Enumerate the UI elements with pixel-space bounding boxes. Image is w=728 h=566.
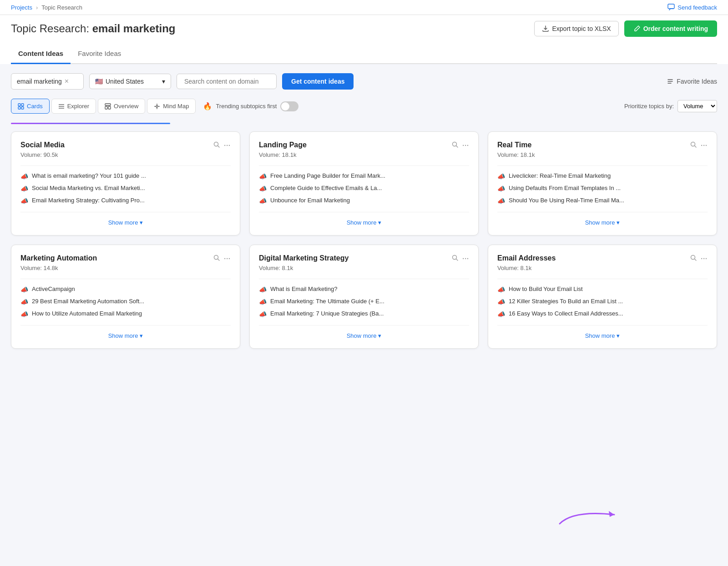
more-options-icon[interactable]: ···: [462, 142, 469, 149]
country-filter[interactable]: 🇺🇸 United States ▾: [89, 74, 171, 89]
export-icon: [542, 25, 549, 32]
card-header: Real Time ···: [497, 141, 708, 150]
feedback-icon: [667, 4, 675, 11]
card-item-text: Should You Be Using Real-Time Email Ma..…: [509, 197, 624, 204]
card-actions: ···: [213, 254, 231, 263]
tab-content-ideas[interactable]: Content Ideas: [11, 44, 71, 64]
card-item-text: Liveclicker: Real-Time Email Marketing: [509, 172, 611, 179]
cards-grid: Social Media ··· Volume: 90.5k 📣 What is…: [11, 131, 717, 349]
header-actions: Export topic to XLSX Order content writi…: [534, 20, 717, 37]
card-divider: [20, 165, 231, 166]
trending-toggle-switch[interactable]: [280, 101, 298, 111]
megaphone-icon: 📣: [20, 311, 28, 318]
card-divider: [259, 165, 469, 166]
card-item: 📣 29 Best Email Marketing Automation Sof…: [20, 298, 231, 306]
show-more-link[interactable]: Show more ▾: [108, 219, 143, 226]
svg-rect-6: [18, 107, 20, 109]
svg-rect-4: [18, 104, 20, 106]
card-item: 📣 Email Marketing Strategy: Cultivating …: [20, 197, 231, 205]
card-item: 📣 What is Email Marketing?: [259, 286, 469, 293]
keyword-value: email marketing: [17, 78, 62, 85]
card-item: 📣 16 Easy Ways to Collect Email Addresse…: [497, 310, 708, 318]
view-tab-cards[interactable]: Cards: [11, 99, 50, 114]
card-header: Email Addresses ···: [497, 254, 708, 263]
card-volume: Volume: 90.5k: [20, 151, 231, 158]
megaphone-icon: 📣: [259, 185, 267, 192]
search-card-icon[interactable]: [451, 141, 459, 150]
send-feedback-link[interactable]: Send feedback: [667, 4, 717, 11]
megaphone-icon: 📣: [497, 298, 505, 306]
svg-rect-0: [668, 4, 674, 9]
more-options-icon[interactable]: ···: [224, 255, 231, 262]
get-content-ideas-button[interactable]: Get content ideas: [282, 73, 354, 90]
chevron-down-icon: ▾: [617, 219, 620, 226]
card-item: 📣 How to Build Your Email List: [497, 286, 708, 293]
svg-rect-5: [21, 104, 24, 106]
card-title: Digital Marketing Strategy: [259, 254, 349, 262]
show-more-link[interactable]: Show more ▾: [108, 332, 143, 339]
card-volume: Volume: 14.8k: [20, 265, 231, 271]
megaphone-icon: 📣: [259, 286, 267, 293]
show-more-link[interactable]: Show more ▾: [585, 332, 620, 339]
show-more: Show more ▾: [497, 325, 708, 339]
search-card-icon[interactable]: [451, 254, 459, 263]
view-tab-explorer[interactable]: Explorer: [51, 99, 96, 114]
card-item-text: 29 Best Email Marketing Automation Soft.…: [32, 298, 144, 305]
card-volume: Volume: 8.1k: [259, 265, 469, 271]
card-item: 📣 Email Marketing: The Ultimate Guide (+…: [259, 298, 469, 306]
card-header: Landing Page ···: [259, 141, 469, 150]
svg-line-28: [456, 259, 458, 261]
view-tab-mindmap[interactable]: Mind Map: [147, 99, 196, 114]
view-tabs: Cards Explorer Overvie: [11, 99, 196, 114]
domain-search-input[interactable]: [177, 74, 277, 89]
svg-line-30: [695, 259, 697, 261]
card-divider: [259, 279, 469, 279]
trending-toggle: 🔥 Trending subtopics first: [203, 101, 298, 111]
breadcrumb-projects[interactable]: Projects: [11, 4, 32, 11]
content-area: email marketing × 🇺🇸 United States ▾ Get…: [0, 64, 728, 358]
card-actions: ···: [213, 141, 231, 150]
show-more-link[interactable]: Show more ▾: [347, 219, 382, 226]
chevron-down-icon: ▾: [378, 219, 381, 226]
card-header: Social Media ···: [20, 141, 231, 150]
search-card-icon[interactable]: [690, 141, 697, 150]
card-social-media: Social Media ··· Volume: 90.5k 📣 What is…: [11, 131, 240, 235]
overview-view-icon: [105, 103, 111, 110]
card-landing-page: Landing Page ··· Volume: 18.1k 📣 Free La…: [249, 131, 479, 235]
export-button[interactable]: Export topic to XLSX: [534, 21, 618, 36]
show-more-link[interactable]: Show more ▾: [347, 332, 382, 339]
card-item: 📣 Unbounce for Email Marketing: [259, 197, 469, 205]
keyword-filter[interactable]: email marketing ×: [11, 73, 84, 90]
order-content-button[interactable]: Order content writing: [624, 20, 717, 37]
card-item: 📣 Liveclicker: Real-Time Email Marketing: [497, 172, 708, 180]
card-digital-marketing: Digital Marketing Strategy ··· Volume: 8…: [249, 245, 479, 349]
card-item: 📣 Social Media Marketing vs. Email Marke…: [20, 185, 231, 192]
cards-view-icon: [18, 103, 24, 110]
show-more-link[interactable]: Show more ▾: [585, 219, 620, 226]
card-volume: Volume: 18.1k: [497, 151, 708, 158]
search-card-icon[interactable]: [213, 141, 220, 150]
more-options-icon[interactable]: ···: [701, 255, 708, 262]
more-options-icon[interactable]: ···: [224, 142, 231, 149]
tab-favorite-ideas[interactable]: Favorite Ideas: [71, 44, 128, 64]
card-item: 📣 Free Landing Page Builder for Email Ma…: [259, 172, 469, 180]
card-item-text: Social Media Marketing vs. Email Marketi…: [32, 185, 145, 191]
search-card-icon[interactable]: [213, 254, 220, 263]
megaphone-icon: 📣: [20, 298, 28, 306]
card-item-text: Complete Guide to Effective Emails & La.…: [270, 185, 382, 191]
card-header: Marketing Automation ···: [20, 254, 231, 263]
prioritize-select[interactable]: Volume Difficulty: [677, 100, 717, 112]
view-tab-overview[interactable]: Overview: [98, 99, 145, 114]
clear-keyword-button[interactable]: ×: [65, 77, 69, 85]
megaphone-icon: 📣: [20, 197, 28, 205]
search-card-icon[interactable]: [690, 254, 697, 263]
favorite-ideas-link[interactable]: Favorite Ideas: [667, 78, 717, 85]
trending-label: Trending subtopics first: [216, 103, 277, 110]
svg-line-22: [456, 146, 458, 148]
card-actions: ···: [690, 141, 708, 150]
megaphone-icon: 📣: [259, 173, 267, 180]
edit-icon: [633, 25, 641, 32]
more-options-icon[interactable]: ···: [462, 255, 469, 262]
more-options-icon[interactable]: ···: [701, 142, 708, 149]
svg-rect-13: [108, 106, 111, 109]
